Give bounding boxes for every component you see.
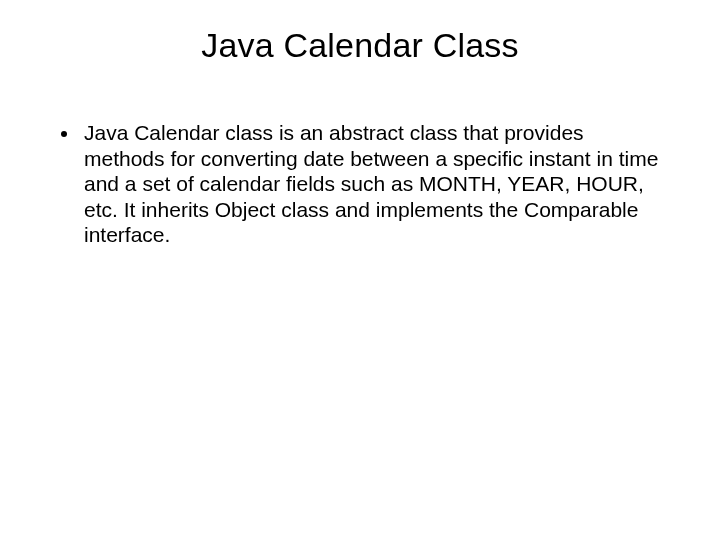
bullet-item: Java Calendar class is an abstract class… xyxy=(80,120,660,248)
slide-title: Java Calendar Class xyxy=(50,26,670,65)
slide: Java Calendar Class Java Calendar class … xyxy=(0,0,720,540)
bullet-list: Java Calendar class is an abstract class… xyxy=(50,120,670,248)
